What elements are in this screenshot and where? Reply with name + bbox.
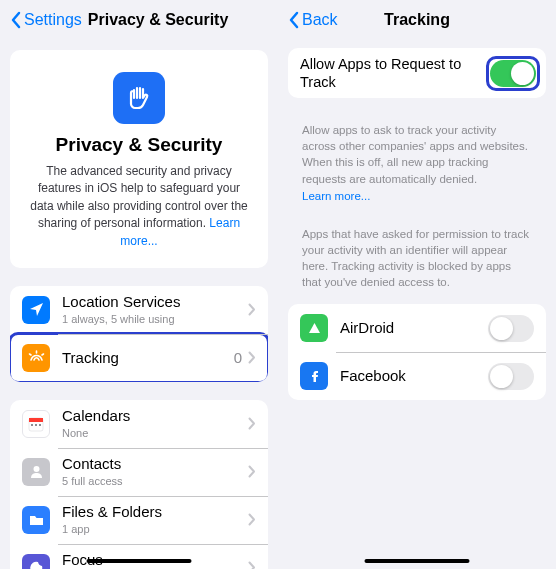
row-label: Tracking [62,349,234,368]
home-indicator[interactable] [87,559,192,563]
row-sub: 1 app [62,523,248,537]
focus-icon [22,554,50,569]
row-label: Facebook [340,367,488,386]
navbar: Settings Privacy & Security [0,0,278,40]
group-allow: Allow Apps to Request to Track [288,48,546,98]
row-calendars[interactable]: Calendars None [10,400,268,448]
row-sub: None [62,427,248,441]
row-label: Location Services [62,293,248,312]
content: Privacy & Security The advanced security… [0,40,278,569]
row-label: Files & Folders [62,503,248,522]
svg-rect-3 [35,424,37,426]
facebook-toggle[interactable] [488,363,534,390]
chevron-right-icon [248,513,256,526]
home-indicator[interactable] [365,559,470,563]
row-tracking[interactable]: Tracking 0 [10,334,268,382]
row-label: Allow Apps to Request to Track [300,55,488,91]
chevron-right-icon [248,561,256,569]
row-label: Contacts [62,455,248,474]
hand-icon [113,72,165,124]
svg-point-5 [33,466,39,472]
back-button[interactable]: Back [288,11,338,29]
toggle-highlight [488,58,538,89]
chevron-right-icon [248,303,256,316]
back-label: Back [302,11,338,29]
contacts-icon [22,458,50,486]
page-title: Tracking [384,11,450,29]
svg-rect-2 [31,424,33,426]
intro-desc: The advanced security and privacy featur… [26,163,252,250]
row-sub: 5 full access [62,475,248,489]
chevron-right-icon [248,417,256,430]
row-sub: 1 always, 5 while using [62,313,248,327]
row-contacts[interactable]: Contacts 5 full access [10,448,268,496]
group-tracking-apps: AirDroid Facebook [288,304,546,400]
chevron-left-icon [288,11,300,29]
row-airdroid: AirDroid [288,304,546,352]
chevron-right-icon [248,465,256,478]
folder-icon [22,506,50,534]
row-location-services[interactable]: Location Services 1 always, 5 while usin… [10,286,268,334]
allow-tracking-toggle[interactable] [490,60,536,87]
row-allow-apps-to-request: Allow Apps to Request to Track [288,48,546,98]
airdroid-toggle[interactable] [488,315,534,342]
svg-rect-4 [39,424,41,426]
intro-title: Privacy & Security [26,134,252,156]
calendar-icon [22,410,50,438]
svg-rect-1 [29,418,43,422]
airdroid-icon [300,314,328,342]
footer-apps-desc: Apps that have asked for permission to t… [288,218,546,304]
content: Allow Apps to Request to Track Allow app… [278,40,556,569]
facebook-icon [300,362,328,390]
row-focus[interactable]: Focus 1 app [10,544,268,569]
chevron-right-icon [248,351,256,364]
navbar: Back Tracking [278,0,556,40]
row-facebook: Facebook [288,352,546,400]
row-value: 0 [234,349,242,366]
learn-more-link[interactable]: Learn more... [302,188,532,204]
location-icon [22,296,50,324]
footer-allow-desc: Allow apps to ask to track your activity… [288,116,546,217]
page-title: Privacy & Security [88,11,229,29]
row-label: AirDroid [340,319,488,338]
group-tracking-location: Location Services 1 always, 5 while usin… [10,286,268,382]
privacy-security-screen: Settings Privacy & Security Privacy & Se… [0,0,278,569]
chevron-left-icon [10,11,22,29]
tracking-icon [22,344,50,372]
row-files-folders[interactable]: Files & Folders 1 app [10,496,268,544]
row-label: Calendars [62,407,248,426]
back-label: Settings [24,11,82,29]
group-apps: Calendars None Contacts 5 full access [10,400,268,569]
tracking-screen: Back Tracking Allow Apps to Request to T… [278,0,556,569]
intro-card: Privacy & Security The advanced security… [10,50,268,268]
back-button[interactable]: Settings [10,11,82,29]
